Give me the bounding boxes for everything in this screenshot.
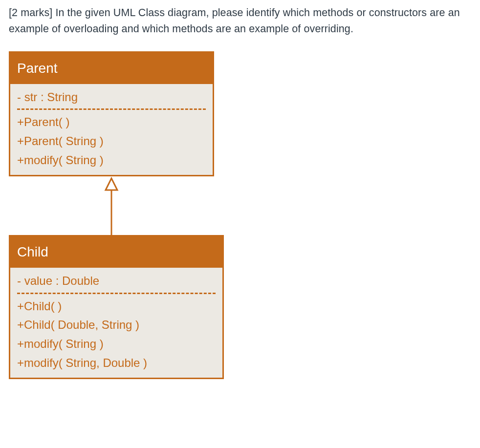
- uml-class-child-body: - value : Double +Child( ) +Child( Doubl…: [10, 268, 222, 378]
- uml-operation: +modify( String ): [17, 151, 206, 170]
- uml-class-child: Child - value : Double +Child( ) +Child(…: [9, 235, 224, 379]
- uml-divider: [17, 293, 216, 294]
- uml-operation: +Child( Double, String ): [17, 316, 216, 335]
- uml-class-parent: Parent - str : String +Parent( ) +Parent…: [9, 51, 214, 176]
- page: [2 marks] In the given UML Class diagram…: [0, 0, 480, 389]
- generalization-arrow: [9, 176, 214, 235]
- uml-class-child-title: Child: [10, 236, 222, 268]
- uml-attribute: - value : Double: [17, 271, 216, 292]
- uml-diagram: Parent - str : String +Parent( ) +Parent…: [9, 51, 234, 379]
- uml-operation: +modify( String ): [17, 335, 216, 354]
- question-text: [2 marks] In the given UML Class diagram…: [9, 5, 471, 38]
- uml-operation: +Parent( ): [17, 113, 206, 132]
- uml-class-parent-body: - str : String +Parent( ) +Parent( Strin…: [10, 84, 213, 175]
- uml-attribute: - str : String: [17, 87, 206, 108]
- uml-divider: [17, 108, 206, 110]
- uml-operation: +Parent( String ): [17, 132, 206, 151]
- uml-operation: +modify( String, Double ): [17, 354, 216, 373]
- uml-class-parent-title: Parent: [10, 53, 213, 84]
- arrowhead-icon: [106, 178, 117, 190]
- uml-operation: +Child( ): [17, 297, 216, 316]
